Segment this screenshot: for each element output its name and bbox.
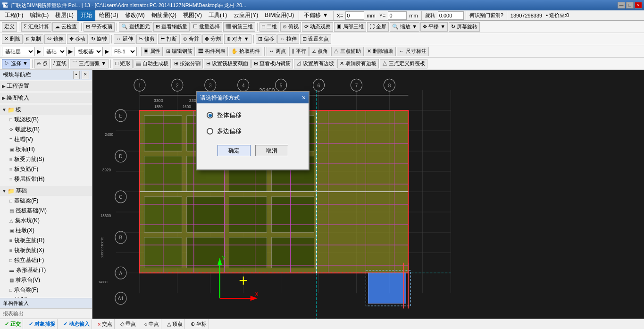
coord-y-input[interactable] [388,11,407,20]
sidebar-close-btn[interactable]: × [82,71,89,79]
btn-line[interactable]: / 直线 [51,59,69,68]
status-ortho[interactable]: ✔ 正交 [3,319,23,329]
menu-shitu[interactable]: 视图(V) [180,10,205,20]
btn-trim[interactable]: ✂ 修剪 [136,34,157,44]
status-dynamic-input[interactable]: ✔ 动态输入 [61,319,92,329]
btn-two-points[interactable]: ↔ 两点 [267,47,288,56]
btn-stretch[interactable]: ↔ 拉伸 [277,34,299,44]
foundation-id-select[interactable]: FB-1 [111,47,137,56]
btn-rebar-3d[interactable]: ▦ 钢筋三维 [223,22,255,32]
maximize-button[interactable]: □ [626,2,634,8]
btn-break[interactable]: ⊢ 打断 [158,34,179,44]
menu-gongju[interactable]: 工具(T) [206,10,230,20]
item-faban[interactable]: ▤ 筏板基础(M) [0,206,92,216]
btn-extend[interactable]: ↔ 延伸 [114,34,135,44]
item-louceng-bandai[interactable]: ≡ 楼层板带(H) [0,174,92,184]
btn-arc[interactable]: ⌒ 三点画弧 ▼ [70,59,109,68]
btn-move[interactable]: ✥ 移动 [67,34,88,44]
item-jishukeng[interactable]: △ 集水坑(K) [0,216,92,226]
btn-mirror[interactable]: ⇔ 镜像 [44,34,66,44]
btn-rotate-screen[interactable]: ↻ 屏幕旋转 [449,22,480,32]
btn-level-top[interactable]: ⊟ 平齐板顶 [84,22,115,32]
btn-calculate[interactable]: Σ 汇总计算 [21,22,51,32]
btn-fullscreen[interactable]: ⛶ 全屏 [367,22,389,32]
btn-split[interactable]: ⊗ 分割 [202,34,223,44]
item-ban-fuji[interactable]: ≡ 板负筋(F) [0,164,92,174]
btn-grip[interactable]: ⊡ 设置夹点 [300,34,331,44]
item-zhuang-chengtai[interactable]: ▦ 桩承台(V) [0,275,92,285]
item-duli-jichu[interactable]: □ 独立基础(F) [0,255,92,265]
item-luoxuan-ban[interactable]: ⟳ 螺旋板(B) [0,125,92,135]
item-faban-zhuji[interactable]: ≡ 筏板主筋(R) [0,236,92,245]
status-snap[interactable]: ✔ 对象捕捉 [27,319,58,329]
menu-huitu[interactable]: 绘图(D) [96,10,121,20]
btn-align[interactable]: ⊜ 对齐 ▼ [224,34,251,44]
btn-del-aux[interactable]: ✕ 删除辅助 [365,47,396,56]
menu-gongcheng[interactable]: 工程(F) [2,10,26,20]
btn-component-list[interactable]: ☰ 构件列表 [196,47,228,56]
cancel-button[interactable]: 取消 [255,145,288,156]
status-vertex[interactable]: △ 顶点 [165,319,185,329]
section-drawing-header[interactable]: ▶ 绘图输入 [0,93,92,103]
menu-bim[interactable]: BIM应用(U) [262,10,297,20]
btn-rect[interactable]: □ 矩形 [113,59,133,68]
menu-yunyingyong[interactable]: 云应用(Y) [231,10,261,20]
btn-edit-rebar[interactable]: ⊞ 编辑钢筋 [164,47,195,56]
btn-beam-split[interactable]: ⊞ 按梁分割 [172,59,203,68]
minimize-button[interactable]: — [618,2,625,8]
menu-xiugai[interactable]: 修改(M) [122,10,148,20]
btn-merge[interactable]: ⊕ 合并 [181,34,201,44]
btn-point-angle[interactable]: ∠ 点角 [309,47,330,56]
btn-dimension[interactable]: ← 尺寸标注 [397,47,429,56]
btn-top-view[interactable]: ⊙ 俯视 [280,22,301,32]
item-chengtai-liang[interactable]: □ 承台梁(F) [0,285,92,295]
item-faban-fuji[interactable]: ≡ 筏板负筋(X) [0,245,92,255]
sublayer-select[interactable]: 基础 [43,47,67,56]
btn-view-rebar[interactable]: ⊞ 查看钢筋量 [153,22,190,32]
item-tiaoxing-jichu[interactable]: ▬ 条形基础(T) [0,265,92,275]
item-ban-shouli[interactable]: ≡ 板受力筋(S) [0,154,92,164]
btn-delete[interactable]: ✕ 删除 [2,34,23,44]
btn-zoom[interactable]: 🔍 缩放 ▼ [390,22,419,32]
btn-three-aux[interactable]: △ 三点辅助 [331,47,363,56]
btn-set-slope[interactable]: ⊿ 设置所有边坡 [294,59,336,68]
foundation-type-select[interactable]: 筏板基础 [75,47,103,56]
item-jichuliang[interactable]: □ 基础梁(F) [0,196,92,206]
btn-auto-gen[interactable]: ▤ 自动生成板 [134,59,171,68]
btn-parallel[interactable]: ∥ 平行 [289,47,309,56]
radio-multi[interactable] [207,128,213,135]
item-zhudun[interactable]: ▣ 柱墩(X) [0,226,92,236]
btn-three-slope[interactable]: △ 三点定义斜筏板 [380,59,427,68]
btn-offset[interactable]: ⊞ 偏移 [256,34,276,44]
dialog-titlebar[interactable]: 请选择偏移方式 × [197,92,309,103]
btn-set-section[interactable]: ⊟ 设置筏板变截面 [204,59,251,68]
menu-louceng[interactable]: 楼层(L) [52,10,76,20]
btn-property[interactable]: ▣ 属性 [141,47,163,56]
layer-select[interactable]: 基础层 [2,47,35,56]
menu-offset-mode[interactable]: 不偏移 ▼ [301,10,331,20]
btn-pick-component[interactable]: ✋ 拾取构件 [229,47,262,56]
rotate-input[interactable] [438,11,464,20]
radio-whole[interactable] [207,112,213,118]
btn-find[interactable]: 🔍 查找图元 [119,22,152,32]
confirm-button[interactable]: 确定 [217,145,251,156]
btn-cancel-slope[interactable]: ✕ 取消所有边坡 [337,59,379,68]
status-coord[interactable]: ⊕ 坐标 [189,319,209,329]
section-project-header[interactable]: ▶ 工程设置 [0,81,92,91]
btn-cloud-check[interactable]: ☁ 云检查 [52,22,79,32]
menu-gangjinliang[interactable]: 钢筋量(Q) [149,10,179,20]
btn-copy[interactable]: ⎘ 复制 [24,34,43,44]
coord-x-input[interactable] [345,11,364,20]
status-midpoint[interactable]: ○ 中点 [142,319,161,329]
menu-bianji[interactable]: 编辑(E) [27,10,51,20]
btn-dynamic[interactable]: ⟳ 动态观察 [302,22,333,32]
dialog-close-btn[interactable]: × [302,94,306,101]
sidebar-bottom[interactable]: 单构件输入 [0,298,92,308]
menu-kaishi[interactable]: 开始 [77,10,95,21]
btn-view-inner-rebar[interactable]: ⊞ 查看板内钢筋 [251,59,293,68]
option-whole-offset[interactable]: 整体偏移 [207,111,299,119]
canvas-area[interactable]: 26400 1 2 3 4 5 6 7 8 E D C [92,70,644,319]
btn-define[interactable]: 定义 [2,22,17,32]
close-button[interactable]: × [635,2,642,8]
section-slab-header[interactable]: ▼ 📁 板 [0,105,92,115]
